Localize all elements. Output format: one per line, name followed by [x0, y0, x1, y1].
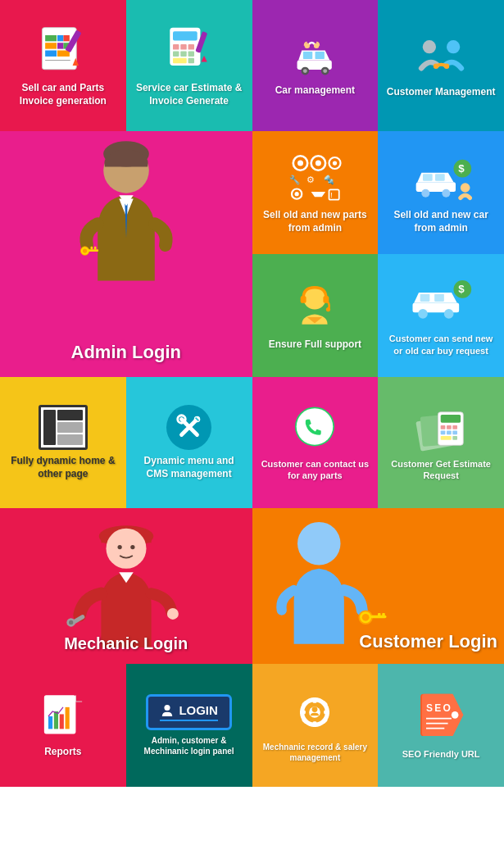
svg-point-36 [443, 64, 449, 70]
svg-text:!: ! [331, 190, 334, 199]
svg-point-34 [447, 40, 460, 53]
svg-point-64 [460, 183, 470, 193]
car-management-cell[interactable]: Car management [252, 0, 379, 131]
svg-point-127 [452, 711, 459, 719]
svg-rect-60 [423, 174, 433, 180]
mechanic-login-cell[interactable]: Mechanic Login [0, 508, 252, 664]
estimate-request-label: Customer Get Estimate Request [384, 458, 497, 482]
svg-rect-5 [57, 43, 63, 48]
whatsapp-icon [290, 404, 339, 453]
svg-point-99 [130, 545, 134, 549]
svg-rect-94 [452, 436, 457, 440]
svg-point-82 [297, 408, 334, 445]
svg-text:S: S [426, 702, 433, 714]
svg-rect-72 [420, 294, 429, 302]
customer-management-cell[interactable]: Customer Management [378, 0, 504, 131]
svg-rect-66 [301, 296, 306, 303]
cms-management-cell[interactable]: Dynamic menu and CMS management [126, 377, 252, 508]
svg-point-40 [83, 248, 87, 252]
sell-car-invoice-cell[interactable]: Sell car and Parts Invoice generation [0, 0, 126, 131]
login-panel-cell[interactable]: LOGIN Admin, customer & Mechinanic login… [126, 664, 252, 787]
admin-figure-icon [61, 131, 192, 295]
svg-rect-17 [173, 51, 179, 57]
svg-point-98 [117, 545, 121, 549]
svg-rect-109 [378, 613, 381, 616]
svg-rect-121 [325, 710, 330, 714]
customer-management-label: Customer Management [387, 86, 496, 99]
svg-rect-119 [313, 721, 317, 727]
svg-rect-61 [435, 174, 445, 180]
svg-point-33 [422, 40, 435, 53]
sell-car-admin-label: Sell old and new car from admin [384, 209, 497, 234]
car-management-icon [288, 34, 342, 79]
svg-rect-108 [382, 613, 385, 616]
mechanic-login-label: Mechanic Login [64, 633, 188, 654]
svg-rect-114 [65, 707, 69, 729]
full-support-cell[interactable]: Ensure Full support [252, 254, 379, 377]
seo-url-cell[interactable]: S E O SEO Friendly URL [378, 664, 504, 787]
customer-login-label: Customer Login [359, 630, 497, 654]
invoice-icon [36, 24, 89, 77]
svg-rect-14 [173, 44, 179, 50]
dynamic-home-cell[interactable]: Fully dynamic home & other page [0, 377, 126, 508]
svg-rect-86 [440, 415, 460, 423]
contact-parts-cell[interactable]: Customer can contact us for any parts [252, 377, 379, 508]
svg-rect-73 [434, 294, 444, 302]
svg-point-126 [312, 706, 318, 712]
svg-rect-89 [452, 425, 457, 429]
svg-rect-20 [173, 58, 187, 64]
svg-rect-7 [46, 50, 57, 56]
svg-text:O: O [443, 702, 451, 714]
svg-rect-1 [46, 35, 57, 41]
dynamic-home-label: Fully dynamic home & other page [7, 455, 120, 480]
svg-rect-88 [447, 425, 452, 429]
svg-rect-112 [54, 711, 58, 729]
layout-icon [39, 405, 88, 450]
car-handover-icon: $ [411, 151, 472, 204]
svg-point-103 [167, 608, 179, 620]
svg-rect-16 [188, 44, 194, 50]
svg-point-54 [295, 192, 299, 196]
svg-rect-3 [64, 35, 70, 41]
svg-rect-42 [94, 247, 97, 249]
svg-rect-91 [447, 430, 452, 434]
svg-rect-18 [180, 51, 186, 57]
person-icon [160, 704, 175, 717]
svg-rect-41 [88, 249, 98, 252]
contact-parts-label: Customer can contact us for any parts [259, 458, 372, 482]
sell-car-admin-cell[interactable]: $ Sell old and new car from admin [378, 131, 504, 254]
row3: Fully dynamic home & other page Dynamic … [0, 377, 504, 508]
svg-point-45 [297, 160, 303, 166]
svg-rect-15 [180, 44, 186, 50]
service-car-estimate-cell[interactable]: Service car Estimate & Invoice Generate [126, 0, 252, 131]
car-buy-request-cell[interactable]: $ Customer can send new or old car buy r… [378, 254, 504, 377]
customer-management-icon [415, 32, 468, 81]
svg-text:$: $ [458, 162, 465, 175]
svg-text:⚙: ⚙ [306, 175, 315, 184]
calculator-icon [162, 24, 216, 77]
sell-parts-cell[interactable]: 🔧 ⚙ 🔩 ! Sell old and new parts from admi… [252, 131, 379, 254]
headset-icon [286, 280, 343, 334]
reports-label: Reports [44, 746, 81, 759]
mechanic-salary-label: Mechnanic record & salery management [259, 742, 372, 763]
row1: Sell car and Parts Invoice generation Se… [0, 0, 504, 131]
mechanic-salary-cell[interactable]: Mechnanic record & salery management [252, 664, 379, 787]
svg-marker-23 [201, 56, 207, 61]
svg-rect-30 [315, 52, 324, 59]
sell-car-invoice-label: Sell car and Parts Invoice generation [7, 82, 120, 107]
svg-point-106 [361, 614, 369, 621]
customer-login-cell[interactable]: Customer Login [252, 508, 505, 664]
reports-cell[interactable]: Reports [0, 664, 126, 787]
admin-login-cell[interactable]: Admin Login [0, 131, 252, 377]
row2: Admin Login 🔧 ⚙ 🔩 ! Sell o [0, 131, 504, 377]
estimate-request-cell[interactable]: Customer Get Estimate Request [378, 377, 504, 508]
svg-rect-29 [303, 52, 312, 59]
svg-rect-19 [188, 51, 194, 57]
svg-rect-111 [48, 716, 52, 729]
svg-point-115 [165, 704, 170, 710]
svg-rect-113 [60, 715, 64, 729]
svg-rect-118 [313, 697, 317, 703]
svg-point-28 [323, 69, 327, 73]
svg-rect-93 [440, 436, 451, 440]
svg-rect-90 [440, 430, 445, 434]
